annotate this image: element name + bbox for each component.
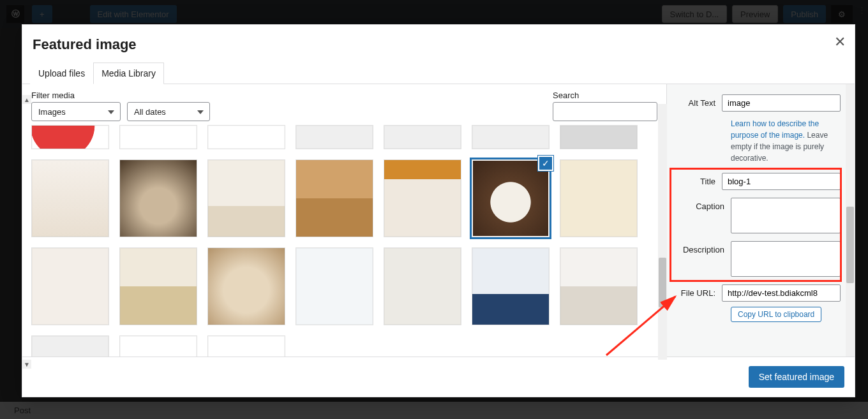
filter-type-select[interactable]: Images	[31, 102, 121, 121]
media-grid-wrap: ✓	[22, 125, 666, 357]
media-scrollbar[interactable]	[658, 104, 667, 360]
media-scrollbar-thumb[interactable]	[659, 258, 666, 307]
media-thumb[interactable]	[31, 125, 109, 149]
media-thumb[interactable]	[472, 247, 550, 325]
set-featured-image-button[interactable]: Set featured image	[749, 366, 844, 388]
copy-url-button[interactable]: Copy URL to clipboard	[731, 307, 821, 322]
media-grid: ✓	[31, 125, 657, 357]
media-thumb[interactable]	[119, 159, 197, 237]
alt-text-input[interactable]	[722, 94, 841, 112]
file-url-label: File URL:	[671, 284, 715, 298]
media-thumb[interactable]	[119, 125, 197, 149]
alt-text-help: Learn how to describe the purpose of the…	[667, 115, 855, 169]
media-thumb[interactable]	[207, 335, 285, 357]
media-thumb[interactable]	[119, 247, 197, 325]
media-thumb[interactable]	[560, 247, 638, 325]
media-thumb[interactable]	[207, 159, 285, 237]
description-label: Description	[671, 241, 724, 254]
search-label: Search	[553, 91, 657, 100]
media-thumb[interactable]	[207, 247, 285, 325]
file-url-row: File URL:	[667, 281, 855, 305]
media-thumb[interactable]	[384, 159, 461, 237]
scroll-up-icon[interactable]: ▲	[22, 95, 31, 104]
media-thumb[interactable]	[207, 125, 285, 149]
media-thumb[interactable]	[384, 247, 461, 325]
caption-input[interactable]	[731, 198, 841, 233]
media-thumb[interactable]	[384, 125, 461, 149]
title-label: Title	[671, 173, 715, 186]
file-url-input[interactable]	[722, 284, 841, 302]
modal-tabs: Upload files Media Library	[22, 62, 855, 84]
filter-left: Filter media Images All dates	[31, 91, 210, 121]
alt-text-row: Alt Text	[667, 91, 855, 115]
tab-upload-files[interactable]: Upload files	[30, 62, 93, 84]
modal-body: Filter media Images All dates Search	[22, 84, 855, 357]
media-area: Filter media Images All dates Search	[22, 84, 667, 357]
tab-media-library[interactable]: Media Library	[93, 62, 164, 84]
alt-text-label: Alt Text	[671, 94, 715, 108]
media-thumb-selected[interactable]: ✓	[472, 159, 550, 237]
media-thumb[interactable]	[31, 159, 109, 237]
featured-image-modal: Featured image ✕ Upload files Media Libr…	[22, 24, 855, 397]
media-thumb[interactable]	[31, 247, 109, 325]
title-row: Title	[667, 169, 855, 194]
scroll-down-icon[interactable]: ▼	[22, 360, 31, 369]
media-thumb[interactable]	[472, 125, 550, 149]
media-thumb[interactable]	[296, 125, 373, 149]
filter-right: Search	[553, 91, 657, 121]
check-icon[interactable]: ✓	[538, 156, 553, 171]
attachment-details: Alt Text Learn how to describe the purpo…	[667, 84, 855, 357]
caption-row: Caption	[667, 194, 855, 237]
modal-header: Featured image ✕	[22, 25, 855, 58]
media-thumb[interactable]	[560, 159, 638, 237]
search-input[interactable]	[553, 102, 657, 121]
media-thumb[interactable]	[296, 159, 373, 237]
modal-title: Featured image	[33, 36, 844, 53]
modal-footer: Set featured image	[22, 357, 855, 397]
description-input[interactable]	[731, 241, 841, 277]
media-thumb[interactable]	[119, 335, 197, 357]
caption-label: Caption	[671, 198, 724, 211]
description-row: Description	[667, 237, 855, 281]
title-input[interactable]	[722, 173, 841, 190]
media-thumb[interactable]	[296, 247, 373, 325]
filter-media-label: Filter media	[31, 91, 210, 100]
details-scrollbar-thumb[interactable]	[846, 207, 854, 283]
filter-date-select[interactable]: All dates	[127, 102, 210, 121]
details-scrollbar[interactable]	[846, 84, 855, 357]
filter-bar: Filter media Images All dates Search	[22, 84, 666, 125]
media-thumb[interactable]	[31, 335, 109, 357]
media-thumb[interactable]	[560, 125, 638, 149]
close-icon[interactable]: ✕	[834, 34, 846, 50]
